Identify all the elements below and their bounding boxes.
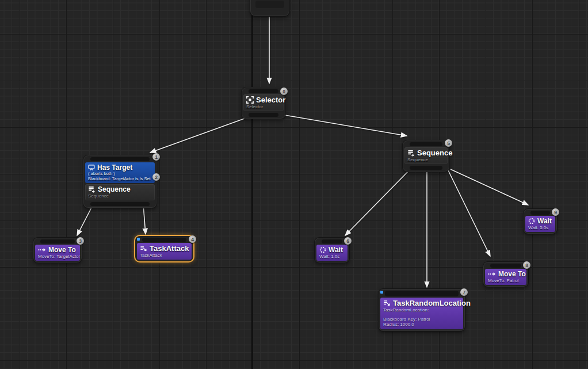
- decorator-condition-line: Blackboard: TargetActor is Is Set: [88, 177, 152, 182]
- sequence-icon: [407, 150, 415, 157]
- task-random-location-line1: TaskRandomLocation:: [383, 307, 460, 313]
- wire-hastarget-to-moveto: [77, 203, 94, 235]
- selector-title-row: Selector: [246, 96, 281, 104]
- task-random-location-title: TaskRandomLocation: [393, 299, 471, 307]
- behavior-tree-graph-canvas[interactable]: GolemBB 0 Selector Selector 1 2: [0, 0, 588, 369]
- task-random-location-node[interactable]: 7 TaskRandomLocation TaskRandomLocation:…: [379, 289, 465, 331]
- selector-icon: [246, 96, 254, 104]
- task-random-location-title-row: TaskRandomLocation: [383, 299, 460, 307]
- task-attack-title: TaskAttack: [150, 244, 189, 253]
- wait-title-row: Wait: [319, 246, 345, 254]
- composite-sequence-section[interactable]: Sequence Sequence: [85, 184, 155, 200]
- selector-output-pin[interactable]: [249, 113, 278, 117]
- wire-selector-to-sequence: [285, 115, 407, 136]
- execution-index-badge: 6: [344, 237, 352, 245]
- wire-hastarget-to-taskattack: [143, 204, 146, 234]
- wait-timer-icon: [528, 218, 535, 225]
- task-attack-node[interactable]: 4 TaskAttack TaskAttack: [135, 236, 193, 261]
- spacer: [383, 313, 460, 317]
- move-to-icon: [38, 247, 46, 253]
- move-to-title-row: Move To: [488, 270, 524, 278]
- blueprint-task-icon: [140, 245, 147, 252]
- root-output-pin[interactable]: [255, 1, 284, 8]
- wait-input-pin[interactable]: [530, 211, 550, 215]
- move-to-subtitle: MoveTo: Patrol: [488, 278, 524, 283]
- has-target-input-pin[interactable]: [90, 157, 150, 161]
- sequence-title: Sequence: [417, 149, 452, 157]
- execution-index-badge: 9: [552, 208, 559, 216]
- wait-input-pin[interactable]: [322, 239, 342, 244]
- sequence-subtitle: Sequence: [88, 193, 152, 199]
- move-to-subtitle: MoveTo: TargetActor: [38, 254, 77, 259]
- task-random-location-line2: Blackboard Key: Patrol: [383, 317, 460, 322]
- move-to-title: Move To: [48, 246, 76, 254]
- sequence-input-pin[interactable]: [410, 142, 442, 146]
- selector-node[interactable]: 0 Selector Selector: [242, 88, 285, 119]
- blueprint-indicator: [137, 238, 140, 241]
- execution-index-badge: 1: [152, 153, 160, 161]
- wait-subtitle: Wait: 5.0s: [528, 225, 552, 230]
- blueprint-indicator: [380, 291, 383, 294]
- execution-index-badge: 5: [445, 139, 452, 147]
- sequence-title-row: Sequence: [88, 185, 152, 193]
- wait-title: Wait: [537, 217, 552, 225]
- task-attack-title-row: TaskAttack: [140, 244, 189, 253]
- move-to-title-row: Move To: [38, 246, 77, 254]
- sequence-icon: [88, 186, 96, 193]
- sequence-title: Sequence: [98, 185, 131, 193]
- wait-short-node[interactable]: 6 Wait Wait: 1.0s: [315, 238, 349, 263]
- blueprint-task-icon: [383, 300, 391, 307]
- move-to-input-pin[interactable]: [490, 264, 521, 268]
- has-target-decorator[interactable]: Has Target ( aborts both ) Blackboard: T…: [85, 162, 155, 183]
- selector-input-pin[interactable]: [249, 89, 278, 93]
- execution-index-badge: 8: [523, 261, 530, 269]
- wait-title: Wait: [329, 246, 343, 254]
- blackboard-decorator-icon: [88, 164, 95, 171]
- root-node[interactable]: GolemBB: [250, 0, 289, 16]
- wait-timer-icon: [319, 246, 326, 253]
- sequence-output-pin[interactable]: [410, 166, 442, 170]
- move-to-icon: [488, 271, 496, 277]
- sequence-subtitle: Sequence: [407, 157, 445, 162]
- wire-selector-to-hastarget: [150, 117, 249, 153]
- task-random-location-input-pin[interactable]: [385, 291, 459, 296]
- selector-subtitle: Selector: [246, 104, 281, 109]
- move-to-target-node[interactable]: 3 Move To MoveTo: TargetActor: [33, 238, 82, 263]
- execution-index-badge: 0: [280, 88, 288, 95]
- has-target-output-pin[interactable]: [90, 202, 150, 206]
- task-attack-subtitle: TaskAttack: [140, 253, 189, 258]
- execution-index-badge: 7: [460, 288, 468, 296]
- wait-long-node[interactable]: 9 Wait Wait: 5.0s: [524, 209, 557, 234]
- execution-index-badge: 4: [189, 235, 196, 243]
- execution-index-badge: 2: [152, 173, 160, 181]
- wait-subtitle: Wait: 1.0s: [319, 254, 345, 259]
- sequence-node[interactable]: 5 Sequence Sequence: [403, 140, 449, 172]
- move-to-title: Move To: [498, 270, 526, 278]
- wire-sequence-to-wait-short: [345, 170, 409, 235]
- selector-title: Selector: [256, 96, 285, 104]
- move-to-patrol-node[interactable]: 8 Move To MoveTo: Patrol: [483, 262, 528, 287]
- decorator-title-row: Has Target: [88, 163, 152, 172]
- task-random-location-line3: Radius: 1000.0: [383, 322, 460, 327]
- task-attack-input-pin[interactable]: [142, 238, 186, 242]
- has-target-composite-node[interactable]: 1 2 Has Target ( aborts both ) Blackboar…: [83, 155, 156, 208]
- move-to-input-pin[interactable]: [40, 239, 75, 244]
- wait-title-row: Wait: [528, 217, 552, 225]
- wire-sequence-to-moveto-patrol: [448, 170, 490, 256]
- execution-index-badge: 3: [77, 237, 84, 245]
- decorator-title: Has Target: [97, 163, 132, 172]
- sequence-title-row: Sequence: [407, 149, 445, 157]
